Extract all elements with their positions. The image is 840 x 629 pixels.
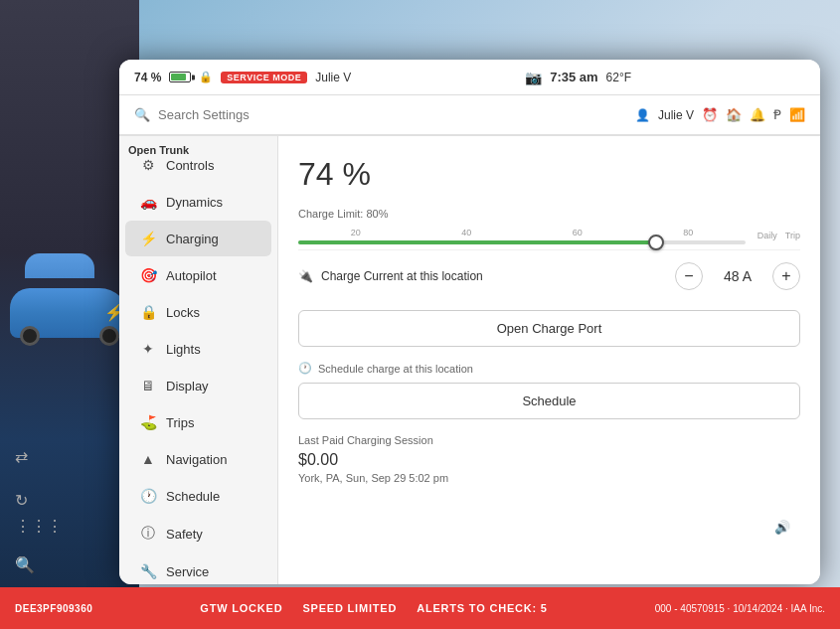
slider-fill <box>298 240 656 244</box>
status-user-name: Julie V <box>315 71 351 84</box>
lights-label: Lights <box>166 342 201 357</box>
date-info-text: 000 - 40570915 · 10/14/2024 · IAA Inc. <box>655 603 825 614</box>
status-bar-center: 📷 7:35 am 62°F <box>525 70 631 85</box>
decrease-current-button[interactable]: − <box>675 262 703 290</box>
shuffle-icon[interactable]: ⇄ <box>15 447 28 466</box>
bluetooth-icon: Ᵽ <box>773 107 781 122</box>
person-icon: 👤 <box>635 108 650 122</box>
notification-icon[interactable]: 🔔 <box>750 107 765 122</box>
header-area: 🔍 👤 Julie V ⏰ 🏠 🔔 Ᵽ 📶 <box>119 95 820 136</box>
charge-current-control: − 48 A + <box>675 262 800 290</box>
open-trunk-button[interactable]: Open Trunk <box>124 141 193 159</box>
alerts-text: ALERTS TO CHECK: 5 <box>417 602 548 614</box>
safety-icon: ⓘ <box>140 525 156 543</box>
battery-percentage: 74 % <box>134 71 161 84</box>
temperature-display: 62°F <box>606 71 631 84</box>
search-bar: 🔍 👤 Julie V ⏰ 🏠 🔔 Ᵽ 📶 <box>119 95 820 135</box>
navigation-icon: ▲ <box>140 451 156 467</box>
status-bar-left: 74 % 🔒 SERVICE MODE Julie V <box>134 71 351 84</box>
last-session-location: York, PA, Sun, Sep 29 5:02 pm <box>298 472 800 484</box>
search-sidebar-icon[interactable]: 🔍 <box>15 555 63 574</box>
search-icon: 🔍 <box>134 107 150 122</box>
last-session-amount: $0.00 <box>298 451 800 469</box>
home-icon[interactable]: 🏠 <box>726 107 742 122</box>
refresh-icon[interactable]: ↻ <box>15 491 28 510</box>
schedule-icon: 🕐 <box>140 488 156 504</box>
locks-label: Locks <box>166 305 200 320</box>
schedule-button[interactable]: Schedule <box>298 383 800 419</box>
sidebar-item-locks[interactable]: 🔒 Locks <box>125 294 271 330</box>
sidebar-item-trips[interactable]: ⛳ Trips <box>125 404 271 440</box>
gtw-locked-text: GTW LOCKED <box>200 602 282 614</box>
charging-content-panel: 74 % Charge Limit: 80% 20 40 60 80 <box>278 136 820 584</box>
autopilot-icon: 🎯 <box>140 267 156 283</box>
plug-icon: 🔌 <box>298 269 313 283</box>
lock-icon: 🔒 <box>199 71 213 83</box>
slider-marks: 20 40 60 80 <box>298 228 746 237</box>
sidebar-item-safety[interactable]: ⓘ Safety <box>125 515 271 552</box>
battery-icon <box>169 72 191 82</box>
alarm-icon[interactable]: ⏰ <box>702 107 718 122</box>
profile-name: Julie V <box>658 108 694 122</box>
charge-current-row: 🔌 Charge Current at this location − 48 A… <box>298 249 800 302</box>
charging-icon: ⚡ <box>140 231 156 246</box>
sidebar-item-charging[interactable]: ⚡ Charging <box>125 221 271 256</box>
screen-frame: 74 % 🔒 SERVICE MODE Julie V 📷 7:35 am 62… <box>119 60 820 584</box>
schedule-charge-label: 🕐 Schedule charge at this location <box>298 362 800 375</box>
increase-current-button[interactable]: + <box>772 262 800 290</box>
trips-icon: ⛳ <box>140 414 156 430</box>
main-area: ⚙ Controls 🚗 Dynamics ⚡ Charging 🎯 Autop… <box>119 136 820 584</box>
info-strip: DEE3PF909360 GTW LOCKED SPEED LIMITED AL… <box>0 587 840 629</box>
signal-icon: 📶 <box>789 107 805 122</box>
rear-wheel <box>99 326 119 346</box>
front-wheel <box>20 326 40 346</box>
sidebar-item-lights[interactable]: ✦ Lights <box>125 331 271 367</box>
trip-label: Trip <box>785 231 800 240</box>
controls-icon: ⚙ <box>140 157 156 173</box>
sidebar-item-autopilot[interactable]: 🎯 Autopilot <box>125 257 271 293</box>
daily-label: Daily <box>757 231 777 240</box>
dynamics-icon: 🚗 <box>140 194 156 210</box>
clock-icon: 🕐 <box>298 362 312 375</box>
time-display: 7:35 am <box>550 70 597 84</box>
sidebar-item-navigation[interactable]: ▲ Navigation <box>125 441 271 477</box>
sidebar-item-schedule[interactable]: 🕐 Schedule <box>125 478 271 514</box>
slider-track[interactable] <box>298 240 746 244</box>
charging-label: Charging <box>166 232 219 246</box>
menu-icon[interactable]: ⋮⋮⋮ <box>15 517 63 536</box>
service-mode-badge: SERVICE MODE <box>221 72 307 83</box>
display-label: Display <box>166 379 209 393</box>
schedule-nav-label: Schedule <box>166 489 220 504</box>
open-charge-port-button[interactable]: Open Charge Port <box>298 310 800 347</box>
dynamics-label: Dynamics <box>166 195 223 210</box>
current-value: 48 A <box>718 268 757 284</box>
service-label: Service <box>166 564 209 579</box>
sidebar-item-display[interactable]: 🖥 Display <box>125 368 271 403</box>
status-bar: 74 % 🔒 SERVICE MODE Julie V 📷 7:35 am 62… <box>119 60 820 95</box>
autopilot-label: Autopilot <box>166 268 217 283</box>
charge-slider-wrapper: 20 40 60 80 Daily Trip <box>298 228 800 244</box>
charge-limit-label: Charge Limit: 80% <box>298 208 800 220</box>
battery-fill <box>171 74 186 80</box>
sidebar: ⚙ Controls 🚗 Dynamics ⚡ Charging 🎯 Autop… <box>119 136 278 584</box>
last-session-label: Last Paid Charging Session <box>298 434 800 446</box>
schedule-section: 🕐 Schedule charge at this location Sched… <box>298 362 800 484</box>
display-icon: 🖥 <box>140 378 156 393</box>
profile-icons-bar: 👤 Julie V ⏰ 🏠 🔔 Ᵽ 📶 <box>635 107 805 122</box>
daily-trip-labels: Daily Trip <box>757 231 800 240</box>
alert-badges: GTW LOCKED SPEED LIMITED ALERTS TO CHECK… <box>200 602 547 614</box>
service-icon: 🔧 <box>140 563 156 579</box>
camera-icon: 📷 <box>525 70 542 85</box>
slider-thumb[interactable] <box>648 235 664 250</box>
navigation-label: Navigation <box>166 452 227 467</box>
search-input[interactable] <box>158 107 627 122</box>
speed-limited-text: SPEED LIMITED <box>302 602 397 614</box>
sidebar-item-dynamics[interactable]: 🚗 Dynamics <box>125 184 271 220</box>
car-dashboard-left: ⚡ ⇄ ↻ ⋮⋮⋮ 🔍 <box>0 0 139 629</box>
sidebar-item-service[interactable]: 🔧 Service <box>125 553 271 584</box>
last-session-date: Sun, Sep 29 5:02 pm <box>346 472 448 484</box>
safety-label: Safety <box>166 527 203 542</box>
lights-icon: ✦ <box>140 341 156 357</box>
speaker-button[interactable]: 🔊 <box>774 520 790 535</box>
trips-label: Trips <box>166 415 194 430</box>
